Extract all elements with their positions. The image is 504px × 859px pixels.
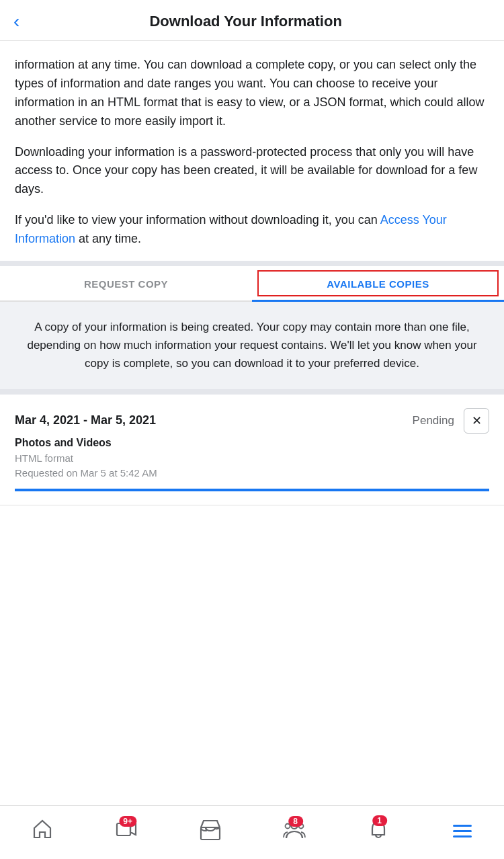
video-badge: 9+ [119, 816, 136, 827]
nav-item-menu[interactable] [420, 825, 504, 837]
info-message-section: A copy of your information is being crea… [0, 302, 504, 395]
notifications-badge: 1 [372, 815, 387, 826]
tabs-container: REQUEST COPY AVAILABLE COPIES [0, 266, 504, 302]
tab-request-copy-label: REQUEST COPY [84, 278, 168, 290]
copy-date-range: Mar 4, 2021 - Mar 5, 2021 [15, 413, 156, 427]
nav-item-home[interactable] [0, 819, 84, 844]
tab-available-copies-label: AVAILABLE COPIES [327, 278, 429, 290]
copy-format: HTML format [15, 452, 489, 464]
copy-item: Mar 4, 2021 - Mar 5, 2021 Pending ✕ Phot… [0, 395, 504, 505]
copy-item-header: Mar 4, 2021 - Mar 5, 2021 Pending ✕ [15, 408, 489, 434]
copy-status-wrap: Pending ✕ [413, 408, 489, 434]
body-text-section: information at any time. You can downloa… [0, 41, 504, 266]
nav-item-groups[interactable]: 8 [252, 819, 336, 844]
menu-line-3 [453, 835, 472, 837]
copy-status-label: Pending [413, 414, 454, 427]
menu-line-2 [453, 830, 472, 832]
menu-icon [453, 825, 472, 837]
body-paragraph-3: If you'd like to view your information w… [15, 211, 489, 249]
header: ‹ Download Your Information [0, 0, 504, 41]
tab-available-copies[interactable]: AVAILABLE COPIES [252, 266, 504, 300]
copy-requested-date: Requested on Mar 5 at 5:42 AM [15, 467, 489, 479]
body-paragraph-1: information at any time. You can downloa… [15, 56, 489, 131]
tab-request-copy[interactable]: REQUEST COPY [0, 266, 252, 300]
marketplace-icon [199, 818, 222, 844]
menu-line-1 [453, 825, 472, 827]
tab-active-underline [252, 300, 504, 302]
groups-badge: 8 [288, 816, 303, 827]
body-paragraph-2: Downloading your information is a passwo… [15, 143, 489, 200]
copy-item-bottom-line [15, 489, 489, 491]
nav-item-notifications[interactable]: 1 [336, 818, 420, 844]
nav-item-marketplace[interactable] [168, 818, 252, 844]
body-paragraph-3-before: If you'd like to view your information w… [15, 213, 380, 227]
bottom-navigation: 9+ 8 [0, 805, 504, 859]
copy-cancel-button[interactable]: ✕ [464, 408, 489, 434]
bottom-spacer [0, 505, 504, 566]
copy-type: Photos and Videos [15, 437, 489, 449]
body-paragraph-3-after: at any time. [75, 232, 141, 245]
nav-item-video[interactable]: 9+ [84, 819, 168, 844]
home-icon [32, 819, 53, 844]
back-button[interactable]: ‹ [13, 12, 19, 31]
page-title: Download Your Information [26, 13, 465, 30]
info-message-text: A copy of your information is being crea… [27, 321, 476, 370]
